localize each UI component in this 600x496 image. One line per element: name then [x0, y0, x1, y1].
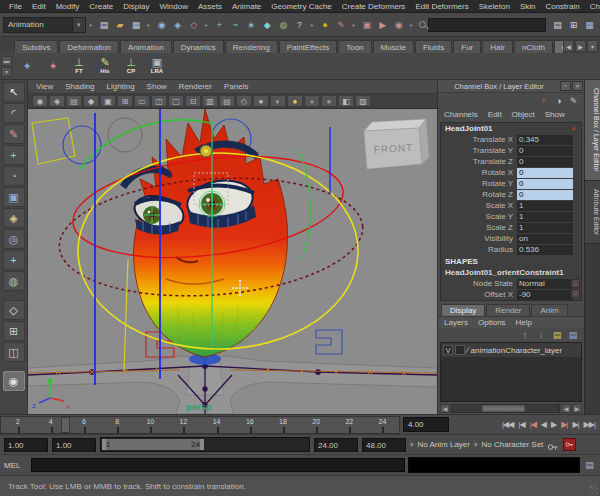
- scroll-left-icon[interactable]: ◀: [561, 404, 571, 413]
- frame-16[interactable]: 16: [233, 417, 266, 433]
- selected-node-name[interactable]: HeadJoint01 ▲: [441, 123, 581, 134]
- channel-value-field[interactable]: 0: [517, 157, 573, 167]
- cb-menu-edit[interactable]: Edit: [488, 110, 502, 119]
- select-component-icon[interactable]: ◇: [186, 17, 201, 32]
- layer-color-swatch[interactable]: [455, 345, 465, 355]
- xray-icon[interactable]: ▨: [355, 95, 371, 107]
- manip-axis-icon[interactable]: +: [537, 95, 550, 107]
- channel-scroll-down-icon[interactable]: ▼: [571, 289, 580, 298]
- viewport-canvas[interactable]: FRONT persp z x: [28, 109, 437, 414]
- step-forward-key-button[interactable]: ▶|: [559, 417, 569, 432]
- channel-value-field[interactable]: 1: [517, 201, 573, 211]
- shelf-scroll-right-icon[interactable]: ▶: [575, 40, 586, 52]
- safe-title-icon[interactable]: ▤: [219, 95, 235, 107]
- bookmark-icon[interactable]: ◆: [83, 95, 99, 107]
- command-language-toggle[interactable]: MEL: [4, 461, 28, 470]
- menu-item-geometry-cache[interactable]: Geometry Cache: [266, 2, 336, 11]
- anim-layer-selector[interactable]: No Anim Layer: [418, 440, 470, 449]
- lock-selection-icon[interactable]: ●: [318, 17, 333, 32]
- group-collapse-icon[interactable]: ▸: [351, 21, 358, 28]
- step-back-frame-button[interactable]: |◀: [516, 417, 526, 432]
- scale-tool[interactable]: ▣: [3, 187, 25, 207]
- shelf-editor-icon[interactable]: ▾: [587, 40, 598, 52]
- channel-scroll-up-icon[interactable]: ▲: [571, 279, 580, 288]
- select-tool[interactable]: ↖: [3, 82, 25, 102]
- panel-menu-panels[interactable]: Panels: [224, 82, 248, 91]
- group-collapse-icon[interactable]: ▸: [88, 21, 95, 28]
- scroll-right-icon[interactable]: ▶: [572, 404, 582, 413]
- scroll-left-icon[interactable]: ◀: [440, 404, 450, 413]
- menu-set-selector[interactable]: Animation ▾: [3, 17, 86, 33]
- channel-box-header[interactable]: Channel Box / Layer Editor ▫ ×: [438, 80, 584, 93]
- channel-label[interactable]: Translate X: [441, 135, 517, 144]
- set-key-icon[interactable]: [547, 439, 559, 451]
- panel-menu-shading[interactable]: Shading: [65, 82, 94, 91]
- frame-24[interactable]: 24: [366, 417, 399, 433]
- resolution-gate-icon[interactable]: ◫: [151, 95, 167, 107]
- channel-value-field[interactable]: 1: [517, 212, 573, 222]
- shape-node-name[interactable]: HeadJoint01_orientConstraint1: [441, 267, 581, 278]
- scrollbar-thumb[interactable]: [482, 405, 525, 412]
- shelf-item-ft[interactable]: ⊥ FT: [66, 54, 92, 79]
- channel-label[interactable]: Visibility: [441, 234, 517, 243]
- character-set-menu-arrow[interactable]: ▾: [474, 441, 478, 449]
- file-new-icon[interactable]: ▤: [96, 17, 111, 32]
- snap-point-icon[interactable]: ∗: [244, 17, 259, 32]
- play-forward-button[interactable]: ▶: [549, 417, 558, 432]
- anim-layer-menu-arrow[interactable]: ▾: [410, 441, 414, 449]
- frame-14[interactable]: 14: [200, 417, 233, 433]
- go-to-end-button[interactable]: ▶▶|: [582, 417, 597, 432]
- layout-single-pane-button[interactable]: ◇: [3, 300, 25, 320]
- layer-tab-render[interactable]: Render: [486, 304, 530, 316]
- render-current-frame-icon[interactable]: ▶: [375, 17, 390, 32]
- shelf-item-his[interactable]: ✎ His: [92, 54, 118, 79]
- scrollbar-track[interactable]: [451, 404, 560, 413]
- channel-label[interactable]: Scale Z: [441, 223, 517, 232]
- range-slider-bar[interactable]: 1 24: [102, 439, 204, 450]
- rotate-tool[interactable]: ◔: [3, 166, 25, 186]
- move-tool[interactable]: +: [3, 145, 25, 165]
- layer-visibility-toggle[interactable]: V: [443, 345, 453, 355]
- shelf-tab-deformation[interactable]: Deformation: [59, 40, 119, 53]
- channel-label[interactable]: Node State: [441, 279, 517, 288]
- frame-2[interactable]: 2: [1, 417, 34, 433]
- frame-22[interactable]: 22: [333, 417, 366, 433]
- snap-help-icon[interactable]: ?: [292, 17, 307, 32]
- menu-item-character[interactable]: Character: [585, 2, 600, 11]
- script-editor-icon[interactable]: ▤: [583, 459, 596, 472]
- frame-4[interactable]: 4: [34, 417, 67, 433]
- channel-label[interactable]: Offset X: [441, 290, 517, 299]
- textured-icon[interactable]: ◐: [270, 95, 286, 107]
- playback-start-field[interactable]: 1.00: [52, 438, 96, 452]
- layout-four-pane-button[interactable]: ⊞: [3, 321, 25, 341]
- channel-value-field[interactable]: Normal: [517, 279, 573, 289]
- animation-end-field[interactable]: 48.00: [362, 438, 406, 452]
- ipr-render-icon[interactable]: ◉: [391, 17, 406, 32]
- frame-12[interactable]: 12: [167, 417, 200, 433]
- layer-name[interactable]: animationCharacter_layer: [471, 346, 563, 355]
- channel-label[interactable]: Rotate Y: [441, 179, 517, 188]
- soft-mod-tool[interactable]: ◎: [3, 229, 25, 249]
- new-layer-assign-icon[interactable]: ▤: [566, 329, 580, 341]
- channel-label[interactable]: Scale X: [441, 201, 517, 210]
- command-output-field[interactable]: [408, 457, 580, 473]
- select-hierarchy-icon[interactable]: ◉: [154, 17, 169, 32]
- tab-attribute-editor[interactable]: Attribute Editor: [585, 181, 600, 244]
- panel-menu-lighting[interactable]: Lighting: [107, 82, 135, 91]
- current-time-field[interactable]: 4.00: [403, 417, 449, 432]
- file-save-icon[interactable]: ▦: [128, 17, 143, 32]
- frame-20[interactable]: 20: [300, 417, 333, 433]
- channel-box-toggle-icon[interactable]: ▦: [582, 17, 597, 32]
- step-back-key-button[interactable]: |◀: [528, 417, 538, 432]
- group-collapse-icon[interactable]: ▸: [309, 21, 316, 28]
- menu-item-create-deformers[interactable]: Create Deformers: [337, 2, 411, 11]
- channel-label[interactable]: Scale Y: [441, 212, 517, 221]
- channel-label[interactable]: Translate Y: [441, 146, 517, 155]
- grid-icon[interactable]: ⊞: [117, 95, 133, 107]
- smooth-shade-icon[interactable]: ●: [253, 95, 269, 107]
- safe-action-icon[interactable]: ▥: [202, 95, 218, 107]
- channel-label[interactable]: Translate Z: [441, 157, 517, 166]
- shelf-item-joint-tool[interactable]: ✦: [14, 54, 40, 79]
- frame-10[interactable]: 10: [134, 417, 167, 433]
- snap-curve-icon[interactable]: ~: [228, 17, 243, 32]
